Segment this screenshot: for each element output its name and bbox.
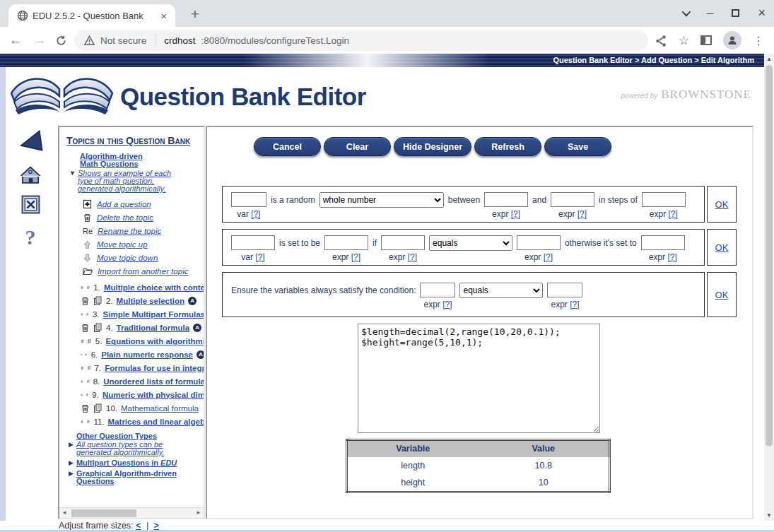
copy-icon[interactable] [86, 390, 88, 400]
add-page-icon[interactable] [83, 199, 92, 209]
question-link[interactable]: Mathematical formula [121, 404, 199, 413]
shrink-frame-link[interactable]: < [136, 521, 141, 531]
condition-right-input[interactable] [517, 235, 561, 250]
trash-icon[interactable] [83, 213, 92, 223]
forward-button[interactable]: → [31, 32, 48, 48]
window-maximize-button[interactable] [732, 9, 739, 17]
topic-description-link[interactable]: Shows an example of each type of math qu… [78, 170, 171, 193]
profile-avatar[interactable] [723, 31, 741, 49]
help-link[interactable]: [?] [442, 300, 452, 309]
algorithm-code-editor[interactable]: $length=decimal(2,range(10,20,0.1)); $he… [358, 324, 600, 433]
trash-icon[interactable] [81, 309, 83, 319]
collapsed-triangle-icon[interactable]: ▶ [69, 470, 74, 485]
comparison-select[interactable]: equals [429, 235, 512, 251]
browser-menu-icon[interactable]: ⋮ [753, 34, 764, 47]
constraint-left-input[interactable] [420, 283, 455, 297]
delete-topic-link[interactable]: Delete the topic [97, 213, 153, 222]
trash-icon[interactable] [81, 390, 83, 400]
multipart-questions-link[interactable]: Multipart Questions in EDU [76, 459, 177, 467]
home-icon[interactable] [20, 164, 41, 184]
scroll-up-arrow-icon[interactable]: ▲ [764, 56, 774, 62]
new-tab-button[interactable]: + [187, 6, 204, 23]
value-input[interactable] [324, 235, 368, 250]
tab-close-icon[interactable]: × [158, 10, 170, 22]
trash-icon[interactable] [81, 350, 82, 360]
var-input[interactable] [231, 235, 275, 250]
exit-x-square-icon[interactable] [21, 195, 40, 214]
window-minimize-button[interactable]: ─ [707, 8, 714, 19]
copy-icon[interactable] [93, 296, 102, 306]
help-link[interactable]: [?] [570, 300, 579, 309]
copy-icon[interactable] [86, 309, 88, 319]
help-link[interactable]: [?] [408, 252, 417, 262]
reload-button[interactable] [55, 35, 67, 47]
trash-icon[interactable] [81, 283, 83, 292]
copy-icon[interactable] [88, 336, 91, 346]
share-icon[interactable] [655, 35, 667, 47]
trash-icon[interactable] [81, 377, 83, 386]
url-field[interactable]: Not secure crdhost:8080/modules/configur… [74, 30, 648, 51]
else-value-input[interactable] [641, 235, 685, 250]
help-link[interactable]: [?] [544, 252, 553, 262]
help-link[interactable]: [?] [668, 209, 677, 219]
folder-icon[interactable] [83, 266, 93, 276]
ok-button[interactable]: OK [715, 242, 729, 253]
back-button[interactable]: ← [7, 32, 24, 48]
help-question-icon[interactable]: ? [25, 225, 36, 249]
copy-icon[interactable] [86, 350, 87, 360]
question-link[interactable]: Numeric with physical dim [102, 391, 205, 399]
refresh-button[interactable]: Refresh [474, 137, 541, 156]
sidebar-horizontal-scrollbar[interactable]: ◄ ► [59, 507, 204, 518]
question-link[interactable]: Formulas for use in integr [105, 364, 205, 372]
graphical-questions-link[interactable]: Graphical Algorithm-driven Questions [76, 470, 177, 485]
random-type-select[interactable]: whole number [319, 192, 444, 208]
copy-icon[interactable] [87, 377, 90, 386]
rename-icon[interactable]: Re [83, 227, 93, 235]
other-question-types-link[interactable]: Other Question Types [76, 432, 157, 440]
import-topic-link[interactable]: Import from another topic [98, 267, 188, 276]
lower-bound-input[interactable] [484, 192, 528, 207]
scrollbar-thumb[interactable] [71, 509, 136, 517]
upper-bound-input[interactable] [551, 192, 594, 207]
help-link[interactable]: [?] [255, 252, 264, 262]
trash-icon[interactable] [81, 323, 90, 333]
question-link[interactable]: Multiple choice with conte [104, 283, 205, 292]
collapsed-triangle-icon[interactable]: ▶ [69, 441, 74, 456]
trash-icon[interactable] [81, 336, 84, 346]
var-input[interactable] [231, 192, 266, 207]
question-link[interactable]: Equations with algorithmi [105, 337, 205, 345]
back-arrow-icon[interactable] [17, 130, 44, 154]
scroll-down-arrow-icon[interactable]: ▼ [764, 512, 774, 519]
arrow-down-icon[interactable] [83, 253, 92, 263]
tab-search-chevron-icon[interactable] [681, 8, 691, 17]
move-topic-down-link[interactable]: Move topic down [97, 254, 158, 262]
constraint-comparison-select[interactable]: equals [459, 283, 543, 298]
copy-icon[interactable] [87, 283, 90, 292]
copy-icon[interactable] [88, 363, 91, 373]
topic-expanded-triangle-icon[interactable]: ▼ [69, 170, 76, 193]
question-link[interactable]: Multiple selection [117, 297, 185, 305]
ok-button[interactable]: OK [715, 199, 729, 210]
trash-icon[interactable] [81, 296, 90, 306]
trash-icon[interactable] [81, 363, 84, 373]
move-topic-up-link[interactable]: Move topic up [97, 240, 148, 249]
scrollbar-thumb[interactable] [766, 65, 773, 447]
trash-icon[interactable] [81, 403, 90, 413]
scroll-left-arrow-icon[interactable]: ◄ [61, 509, 67, 516]
side-panel-icon[interactable] [700, 35, 712, 45]
help-link[interactable]: [?] [351, 252, 360, 262]
help-link[interactable]: [?] [577, 209, 587, 219]
clear-button[interactable]: Clear [324, 137, 391, 156]
copy-icon[interactable] [87, 417, 90, 427]
rename-topic-link[interactable]: Rename the topic [98, 227, 161, 235]
page-vertical-scrollbar[interactable]: ▲ ▼ [764, 54, 774, 521]
scroll-right-arrow-icon[interactable]: ► [196, 509, 201, 516]
grow-frame-link[interactable]: > [154, 521, 159, 531]
help-link[interactable]: [?] [251, 209, 260, 219]
question-link[interactable]: Traditional formula [117, 324, 190, 332]
step-input[interactable] [642, 192, 686, 207]
question-link[interactable]: Plain numeric response [101, 350, 193, 359]
question-link[interactable]: Matrices and linear algeb [108, 418, 205, 426]
copy-icon[interactable] [93, 403, 102, 413]
trash-icon[interactable] [81, 417, 83, 427]
